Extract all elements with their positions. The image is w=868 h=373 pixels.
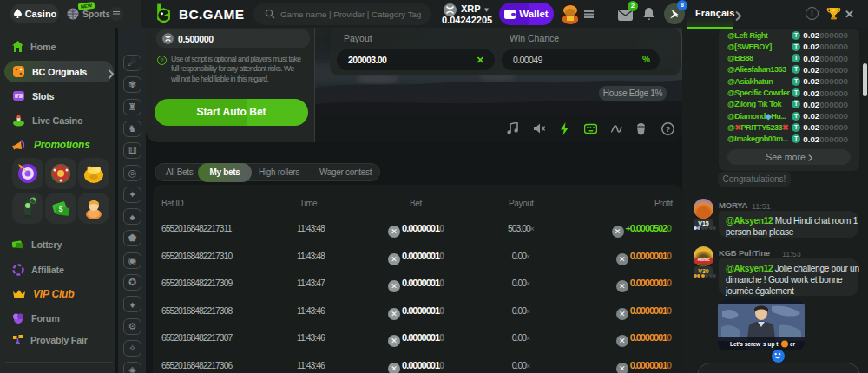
svg-text:Let's screw: Let's screw: [730, 341, 761, 347]
svg-text:er: er: [790, 341, 796, 347]
svg-text:?: ?: [666, 125, 671, 134]
svg-text:$: $: [58, 205, 62, 213]
svg-text:7: 7: [17, 94, 20, 99]
svg-text:s up t: s up t: [763, 341, 779, 348]
